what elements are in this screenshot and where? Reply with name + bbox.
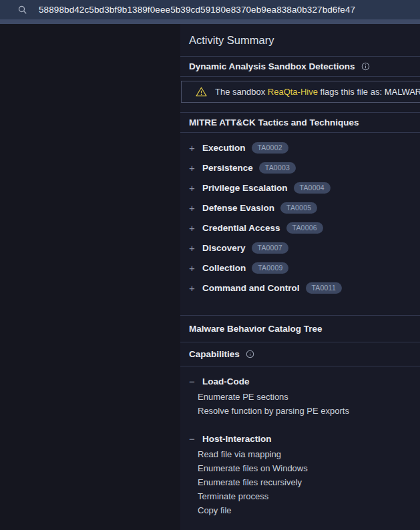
expand-plus-icon[interactable]: + (189, 223, 202, 233)
tactic-label: Execution (202, 143, 246, 153)
section-header-mitre: MITRE ATT&CK Tactics and Techniques (180, 112, 420, 133)
info-icon[interactable] (246, 350, 254, 358)
search-input[interactable]: 58898bd42c5bd3bf9b1389f0eee5b39cd59180e8… (39, 5, 355, 15)
expand-plus-icon[interactable]: + (189, 203, 202, 213)
expand-plus-icon[interactable]: + (189, 163, 202, 173)
tactic-id-badge: TA0004 (294, 182, 331, 194)
tactic-id-badge: TA0011 (306, 282, 342, 294)
warning-triangle-icon (196, 87, 207, 97)
tactic-label: Credential Access (202, 223, 280, 233)
capabilities-list: − Load-Code Enumerate PE sections Resolv… (180, 366, 420, 525)
capability-item: Enumerate PE sections (180, 390, 420, 404)
capability-item: Enumerate files on Windows (180, 461, 420, 475)
section-header-capabilities: Capabilities (180, 342, 420, 366)
graph-canvas-area[interactable] (0, 24, 180, 530)
tactic-id-badge: TA0003 (259, 162, 296, 174)
section-header-mbc-tree: Malware Behavior Catalog Tree (180, 315, 420, 342)
page-title: Activity Summary (180, 24, 420, 56)
tactic-id-badge: TA0009 (252, 262, 288, 274)
sandbox-verdict-banner: The sandbox ReaQta-Hive flags this file … (181, 81, 420, 103)
collapse-minus-icon[interactable]: − (189, 434, 202, 444)
capability-group-host-interaction: − Host-Interaction Read file via mapping… (180, 430, 420, 517)
tactic-row-collection[interactable]: + Collection TA0009 (180, 258, 420, 278)
tactic-label: Persistence (202, 163, 253, 173)
capability-group-load-code: − Load-Code Enumerate PE sections Resolv… (180, 372, 420, 418)
verdict-value: MALWARE (385, 87, 420, 97)
tactic-row-credential-access[interactable]: + Credential Access TA0006 (180, 218, 420, 238)
mitre-header-label: MITRE ATT&CK Tactics and Techniques (189, 117, 359, 127)
capability-group-header[interactable]: − Host-Interaction (180, 430, 420, 447)
collapse-minus-icon[interactable]: − (189, 376, 202, 386)
tactic-label: Discovery (202, 243, 246, 253)
capability-group-header[interactable]: − Load-Code (180, 372, 420, 390)
sandbox-engine-name[interactable]: ReaQta-Hive (268, 87, 318, 97)
tactic-id-badge: TA0007 (252, 242, 288, 254)
sandbox-verdict-text: The sandbox ReaQta-Hive flags this file … (215, 87, 420, 97)
tactic-row-execution[interactable]: + Execution TA0002 (180, 138, 420, 158)
tactic-label: Command and Control (202, 283, 300, 293)
topbar-divider-strip (0, 19, 420, 24)
tactic-row-discovery[interactable]: + Discovery TA0007 (180, 238, 420, 258)
tactic-id-badge: TA0006 (286, 222, 323, 234)
capability-group-label: Load-Code (202, 376, 250, 386)
tactic-id-badge: TA0002 (252, 142, 288, 154)
tactic-row-privilege-escalation[interactable]: + Privilege Escalation TA0004 (180, 178, 420, 198)
search-icon (18, 5, 27, 15)
expand-plus-icon[interactable]: + (189, 263, 202, 273)
sandbox-detections-label: Dynamic Analysis Sandbox Detections (189, 61, 355, 71)
activity-summary-panel: Activity Summary Dynamic Analysis Sandbo… (180, 24, 420, 530)
top-search-bar: 58898bd42c5bd3bf9b1389f0eee5b39cd59180e8… (0, 0, 420, 19)
capability-item: Copy file (180, 503, 420, 517)
tactic-row-persistence[interactable]: + Persistence TA0003 (180, 158, 420, 178)
tactic-label: Privilege Escalation (202, 183, 288, 193)
verdict-prefix: The sandbox (215, 87, 268, 97)
mbc-header-label: Malware Behavior Catalog Tree (189, 324, 323, 334)
expand-plus-icon[interactable]: + (189, 243, 202, 253)
expand-plus-icon[interactable]: + (189, 183, 202, 193)
expand-plus-icon[interactable]: + (189, 283, 202, 293)
tactic-row-command-and-control[interactable]: + Command and Control TA0011 (180, 278, 420, 298)
info-icon[interactable] (361, 62, 370, 71)
tactic-id-badge: TA0005 (280, 202, 317, 214)
tactic-label: Collection (202, 263, 246, 273)
capabilities-header-label: Capabilities (189, 349, 240, 359)
capability-item: Enumerate files recursively (180, 475, 420, 489)
capability-item: Resolve function by parsing PE exports (180, 404, 420, 418)
tactic-row-defense-evasion[interactable]: + Defense Evasion TA0005 (180, 198, 420, 218)
capability-item: Terminate process (180, 489, 420, 503)
tactic-label: Defense Evasion (202, 203, 274, 213)
capability-group-label: Host-Interaction (202, 434, 272, 444)
expand-plus-icon[interactable]: + (189, 143, 202, 153)
capability-item: Read file via mapping (180, 447, 420, 461)
verdict-middle: flags this file as: (318, 87, 385, 97)
section-header-sandbox-detections: Dynamic Analysis Sandbox Detections (180, 56, 420, 77)
mitre-tactics-list: + Execution TA0002 + Persistence TA0003 … (180, 133, 420, 298)
